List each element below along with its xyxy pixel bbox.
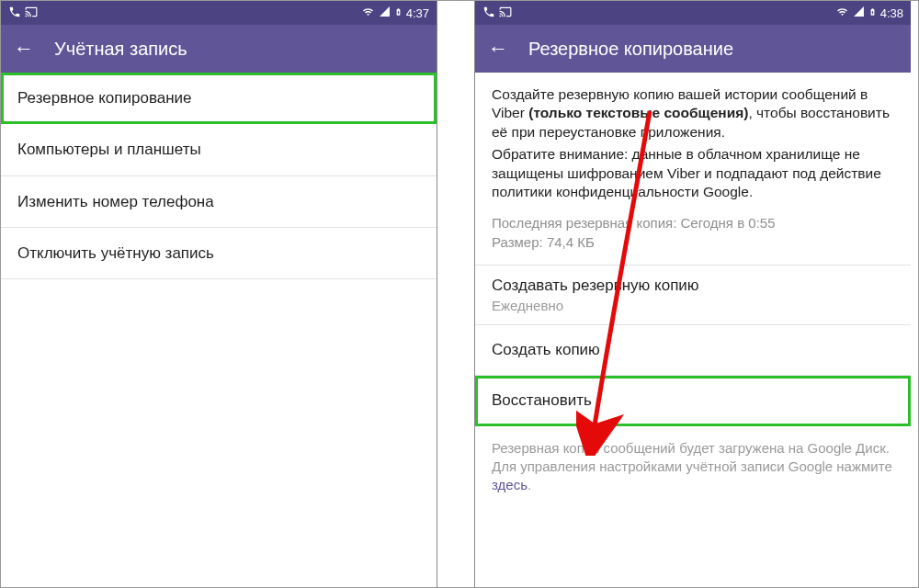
status-bar: 4:37 — [1, 1, 437, 25]
backup-size-text: Размер: 74,4 КБ — [492, 232, 894, 252]
phone-icon — [482, 6, 495, 21]
app-bar: ← Учётная запись — [1, 25, 437, 73]
footer-link[interactable]: здесь — [492, 477, 528, 492]
battery-icon — [394, 6, 403, 21]
wifi-icon — [361, 6, 375, 20]
schedule-title: Создавать резервную копию — [492, 277, 894, 295]
signal-icon — [853, 6, 865, 20]
back-arrow-icon[interactable]: ← — [14, 39, 34, 59]
phone-icon — [8, 6, 21, 21]
back-arrow-icon[interactable]: ← — [488, 39, 508, 59]
status-bar: 4:38 — [475, 1, 911, 25]
menu-item-backup[interactable]: Резервное копирование — [1, 73, 437, 124]
backup-meta: Последняя резервная копия: Сегодня в 0:5… — [475, 204, 911, 266]
app-bar: ← Резервное копирование — [475, 25, 911, 73]
settings-list: Резервное копирование Компьютеры и планш… — [1, 73, 437, 279]
menu-item-computers[interactable]: Компьютеры и планшеты — [1, 124, 437, 175]
appbar-title: Учётная запись — [54, 39, 187, 60]
appbar-title: Резервное копирование — [528, 39, 733, 60]
menu-item-deactivate[interactable]: Отключить учётную запись — [1, 228, 437, 279]
backup-description: Создайте резервную копию вашей истории с… — [475, 73, 911, 204]
phone-right: 4:38 ← Резервное копирование Создайте ре… — [474, 1, 911, 588]
desc-note: Обратите внимание: данные в облачном хра… — [492, 145, 894, 201]
phone-left: 4:37 ← Учётная запись Резервное копирова… — [1, 1, 437, 588]
cast-icon — [499, 6, 512, 21]
signal-icon — [379, 6, 391, 20]
status-time: 4:38 — [880, 6, 903, 20]
wifi-icon — [835, 6, 849, 20]
schedule-value: Ежедневно — [492, 298, 894, 313]
last-backup-text: Последняя резервная копия: Сегодня в 0:5… — [492, 213, 894, 232]
battery-icon — [868, 6, 877, 21]
desc-bold: (только текстовые сообщения) — [528, 105, 748, 120]
restore-button[interactable]: Восстановить — [475, 376, 911, 426]
backup-schedule-item[interactable]: Создавать резервную копию Ежедневно — [475, 266, 911, 325]
menu-item-change-number[interactable]: Изменить номер телефона — [1, 176, 437, 228]
footer-end: . — [528, 477, 531, 492]
footer-text: Резервная копия сообщений будет загружен… — [492, 440, 892, 474]
cast-icon — [25, 6, 38, 21]
create-backup-button[interactable]: Создать копию — [475, 325, 911, 376]
footer-note: Резервная копия сообщений будет загружен… — [475, 426, 911, 508]
status-time: 4:37 — [406, 6, 429, 20]
